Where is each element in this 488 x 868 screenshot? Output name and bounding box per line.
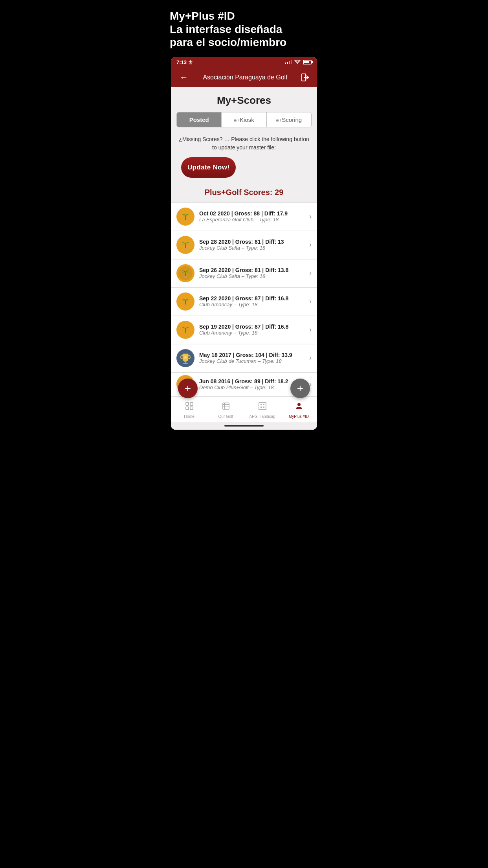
score-details: Sep 26 2020 | Gross: 81 | Diff: 13.8 Joc…	[199, 267, 306, 279]
apg-handicap-icon	[258, 401, 267, 413]
phone-frame: 7:13	[171, 57, 317, 430]
tab-scoring-label: Scoring	[282, 116, 302, 123]
tab-scoring[interactable]: e+Scoring	[267, 112, 311, 127]
svg-point-16	[184, 333, 187, 334]
svg-rect-22	[186, 403, 189, 405]
score-item[interactable]: May 18 2017 | Gross: 104 | Diff: 33.9 Jo…	[171, 344, 317, 372]
nav-our-golf-label: Our Golf	[218, 414, 233, 419]
missing-scores-msg: ¿Missing Scores? … Please click the foll…	[171, 133, 317, 157]
chevron-right-icon: ›	[306, 241, 312, 249]
nav-title: Asociación Paraguaya de Golf	[203, 74, 287, 81]
status-left: 7:13	[176, 59, 193, 65]
score-details: May 18 2017 | Gross: 104 | Diff: 33.9 Jo…	[199, 352, 306, 364]
nav-item-apg-handicap[interactable]: APG Handicap	[244, 400, 281, 420]
score-icon-palm	[176, 236, 194, 254]
svg-rect-25	[190, 407, 193, 410]
score-icon-palm	[176, 208, 194, 226]
score-item[interactable]: Sep 28 2020 | Gross: 81 | Diff: 13 Jocke…	[171, 231, 317, 259]
chevron-right-icon: ›	[306, 326, 312, 334]
nav-item-home[interactable]: Home	[171, 400, 207, 420]
score-item[interactable]: Sep 26 2020 | Gross: 81 | Diff: 13.8 Joc…	[171, 259, 317, 287]
promo-text: My+Plus #ID La interfase diseñada para e…	[163, 0, 325, 57]
svg-rect-30	[259, 403, 266, 410]
logout-button[interactable]	[300, 72, 311, 83]
main-content: My+Scores Posted e+Kiosk e+Scoring ¿Miss…	[171, 87, 317, 430]
status-bar: 7:13	[171, 57, 317, 68]
score-details: Sep 19 2020 | Gross: 87 | Diff: 16.8 Clu…	[199, 324, 306, 336]
score-details: Sep 22 2020 | Gross: 87 | Diff: 16.8 Clu…	[199, 295, 306, 307]
svg-point-7	[184, 248, 187, 249]
nav-myplus-label: MyPlus #ID	[289, 414, 309, 419]
score-item[interactable]: Sep 22 2020 | Gross: 87 | Diff: 16.8 Clu…	[171, 287, 317, 315]
score-item[interactable]: Oct 02 2020 | Gross: 88 | Diff: 17.9 La …	[171, 202, 317, 230]
battery-icon	[303, 60, 312, 64]
tab-posted-label: Posted	[189, 116, 209, 123]
score-icon-palm	[176, 264, 194, 282]
wifi-icon	[294, 60, 301, 64]
location-icon	[188, 60, 193, 64]
fab-red-button[interactable]: +	[178, 379, 198, 398]
svg-point-10	[184, 276, 187, 278]
tab-posted[interactable]: Posted	[177, 112, 222, 127]
svg-rect-17	[185, 362, 186, 363]
myplus-id-icon	[294, 401, 304, 413]
nav-apg-label: APG Handicap	[249, 414, 275, 419]
score-details: Sep 28 2020 | Gross: 81 | Diff: 13 Jocke…	[199, 239, 306, 251]
chevron-right-icon: ›	[306, 354, 312, 362]
score-list: Oct 02 2020 | Gross: 88 | Diff: 17.9 La …	[171, 202, 317, 396]
score-item[interactable]: Sep 19 2020 | Gross: 87 | Diff: 16.8 Clu…	[171, 316, 317, 344]
score-icon-palm	[176, 321, 194, 339]
tab-kiosk-prefix: e+	[234, 117, 240, 123]
tab-kiosk-label: Kiosk	[240, 116, 254, 123]
chevron-right-icon: ›	[306, 212, 312, 221]
back-button[interactable]: ←	[177, 72, 191, 83]
svg-point-37	[297, 403, 301, 406]
tabs-container: Posted e+Kiosk e+Scoring	[176, 112, 312, 127]
update-now-button[interactable]: Update Now!	[181, 157, 236, 178]
svg-rect-18	[183, 363, 188, 364]
fab-gray-button[interactable]: +	[290, 379, 310, 398]
nav-item-myplus-id[interactable]: MyPlus #ID	[281, 400, 317, 420]
status-right	[285, 60, 312, 64]
our-golf-icon	[221, 401, 231, 413]
chevron-right-icon: ›	[306, 269, 312, 277]
score-icon-palm	[176, 292, 194, 311]
tab-scoring-prefix: e+	[276, 117, 282, 123]
svg-rect-23	[190, 403, 193, 405]
score-icon-trophy	[176, 349, 194, 367]
home-indicator-bar	[224, 425, 264, 427]
status-time: 7:13	[176, 59, 187, 65]
scores-heading: Plus+Golf Scores: 29	[171, 186, 317, 202]
home-indicator	[171, 422, 317, 430]
nav-bar: ← Asociación Paraguaya de Golf	[171, 68, 317, 87]
tab-kiosk[interactable]: e+Kiosk	[222, 112, 266, 127]
home-icon	[185, 401, 194, 413]
score-details: Oct 02 2020 | Gross: 88 | Diff: 17.9 La …	[199, 210, 306, 223]
signal-icon	[285, 60, 292, 64]
svg-rect-24	[186, 407, 189, 410]
svg-point-13	[184, 304, 187, 306]
svg-rect-4	[185, 216, 186, 220]
promo-title: My+Plus #ID La interfase diseñada para e…	[170, 9, 318, 49]
nav-home-label: Home	[184, 414, 194, 419]
chevron-right-icon: ›	[306, 297, 312, 305]
page-title: My+Scores	[171, 87, 317, 112]
nav-item-our-golf[interactable]: Our Golf	[207, 400, 244, 420]
bottom-nav: Home Our Golf	[171, 396, 317, 422]
